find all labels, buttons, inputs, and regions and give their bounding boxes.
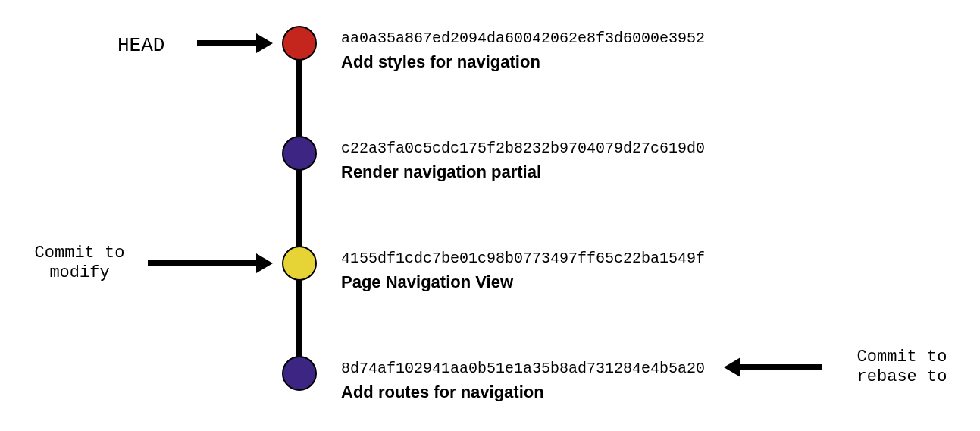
head-label: HEAD (117, 34, 164, 58)
commit-to-rebase-label: Commit to rebase to (841, 348, 963, 388)
arrow-head (197, 33, 273, 53)
commit-message-0: Add styles for navigation (341, 52, 540, 72)
commit-node-0 (282, 26, 317, 61)
commit-message-1: Render navigation partial (341, 162, 541, 182)
commit-message-2: Page Navigation View (341, 272, 513, 292)
commit-hash-1: c22a3fa0c5cdc175f2b8232b9704079d27c619d0 (341, 140, 705, 157)
commit-message-3: Add routes for navigation (341, 382, 544, 402)
git-commit-diagram: aa0a35a867ed2094da60042062e8f3d6000e3952… (0, 0, 980, 431)
commit-to-modify-label: Commit to modify (23, 244, 136, 284)
commit-hash-2: 4155df1cdc7be01c98b0773497ff65c22ba1549f (341, 250, 705, 267)
commit-node-1 (282, 136, 317, 171)
commit-node-2 (282, 246, 317, 281)
commit-connector-line (296, 43, 302, 373)
arrow-commit-to-rebase (724, 357, 822, 377)
commit-hash-3: 8d74af102941aa0b51e1a35b8ad731284e4b5a20 (341, 360, 705, 377)
commit-node-3 (282, 356, 317, 391)
arrow-commit-to-modify (148, 253, 273, 273)
commit-hash-0: aa0a35a867ed2094da60042062e8f3d6000e3952 (341, 30, 705, 47)
